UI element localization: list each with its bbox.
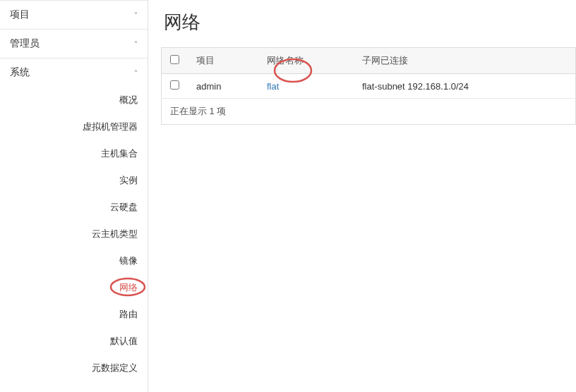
sidebar-item-metadata[interactable]: 元数据定义	[0, 355, 148, 381]
cell-project: admin	[188, 74, 258, 99]
sidebar-panel-project[interactable]: 项目 ˅	[0, 1, 148, 29]
table-footer-summary: 正在显示 1 项	[162, 99, 576, 125]
sidebar-panel-admin[interactable]: 管理员 ˄	[0, 30, 148, 58]
header-network-name[interactable]: 网络名称	[258, 48, 354, 74]
sidebar-item-flavors[interactable]: 云主机类型	[0, 221, 148, 247]
sidebar-item-routers[interactable]: 路由	[0, 301, 148, 328]
chevron-up-icon: ˄	[134, 40, 138, 48]
sidebar-item-volumes[interactable]: 云硬盘	[0, 194, 148, 221]
header-project[interactable]: 项目	[188, 48, 258, 74]
row-checkbox-cell	[162, 74, 188, 99]
sidebar-panel-project-title: 项目	[10, 8, 30, 21]
sidebar-panel-system[interactable]: 系统 ˄	[0, 59, 148, 87]
header-subnets[interactable]: 子网已连接	[354, 48, 576, 74]
chevron-down-icon: ˅	[134, 11, 138, 19]
page-title: 网络	[161, 0, 576, 47]
header-checkbox-cell	[162, 48, 188, 74]
networks-table: 项目 网络名称 子网已连接 admin flat flat-subnet 192…	[161, 47, 576, 125]
table-row: admin flat flat-subnet 192.168.1.0/24	[162, 74, 576, 99]
sidebar-system-items: 概况 虚拟机管理器 主机集合 实例 云硬盘 云主机类型 镜像 网络 路由 默认值…	[0, 87, 148, 381]
sidebar-item-networks[interactable]: 网络	[0, 274, 148, 301]
sidebar: 项目 ˅ 管理员 ˄ 系统 ˄ 概况 虚拟机管理器 主机集合 实例 云硬盘 云主…	[0, 0, 148, 392]
select-all-checkbox[interactable]	[170, 55, 179, 64]
sidebar-item-instances[interactable]: 实例	[0, 167, 148, 194]
sidebar-item-host-aggregates[interactable]: 主机集合	[0, 140, 148, 167]
chevron-up-icon: ˄	[134, 69, 138, 77]
sidebar-item-hypervisors[interactable]: 虚拟机管理器	[0, 114, 148, 140]
network-name-link[interactable]: flat	[267, 81, 279, 92]
sidebar-item-overview[interactable]: 概况	[0, 87, 148, 114]
sidebar-item-images[interactable]: 镜像	[0, 247, 148, 274]
cell-subnets: flat-subnet 192.168.1.0/24	[354, 74, 576, 99]
sidebar-panel-admin-title: 管理员	[10, 37, 40, 50]
cell-network-name: flat	[258, 74, 354, 99]
main-content: 网络 项目 网络名称 子网已连接 admin	[148, 0, 576, 392]
table-header-row: 项目 网络名称 子网已连接	[162, 48, 576, 74]
row-checkbox[interactable]	[170, 80, 179, 90]
sidebar-panel-system-title: 系统	[10, 66, 30, 79]
sidebar-item-defaults[interactable]: 默认值	[0, 328, 148, 355]
